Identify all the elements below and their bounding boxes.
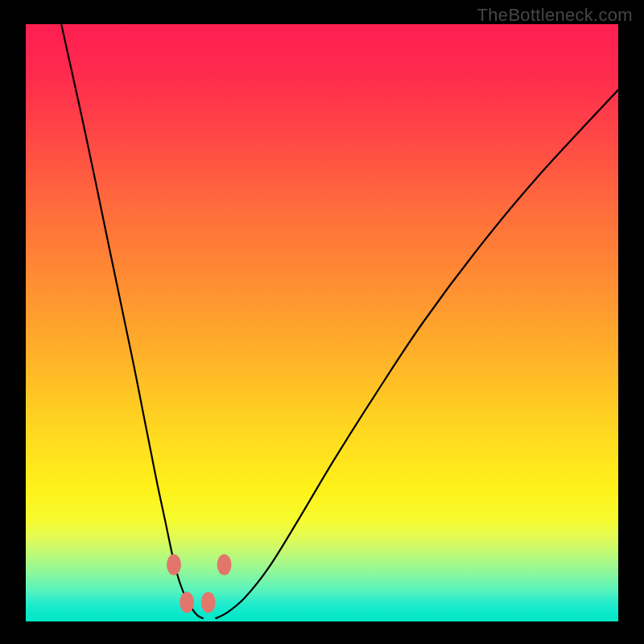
marker-group <box>167 555 232 613</box>
watermark-text: TheBottleneck.com <box>477 5 633 26</box>
plot-area <box>26 24 618 621</box>
curve-layer <box>26 24 618 621</box>
left-outer-dot <box>167 555 181 576</box>
curve-left-branch <box>61 24 204 618</box>
right-inner-dot <box>201 592 216 613</box>
left-inner-dot <box>180 592 194 613</box>
curve-right-branch <box>216 90 618 619</box>
right-outer-dot <box>217 555 232 576</box>
